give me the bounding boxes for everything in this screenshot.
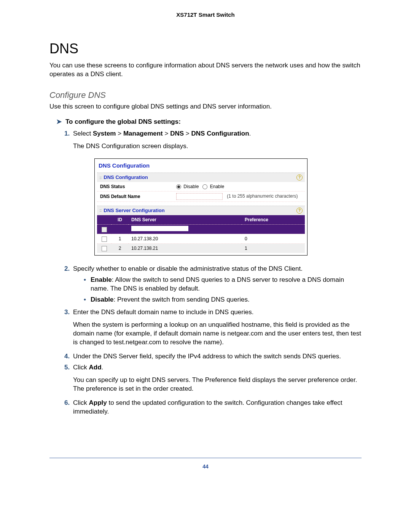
- enable-text: : Allow the switch to send DNS queries t…: [91, 276, 344, 292]
- page-number: 44: [49, 463, 362, 470]
- task-heading: ➤ To configure the global DNS settings:: [56, 118, 362, 126]
- step6-suffix: to send the updated configuration to the…: [73, 399, 342, 415]
- nav-sep: >: [118, 130, 121, 137]
- table-input-row: [97, 224, 305, 234]
- col-server: DNS Server: [128, 215, 242, 225]
- step-5: Click Add. You can specify up to eight D…: [72, 363, 362, 393]
- footer-rule: [49, 458, 362, 458]
- dns-config-screenshot: DNS Configuration :: DNS Configuration ?…: [94, 158, 307, 256]
- step5-after: You can specify up to eight DNS servers.…: [73, 376, 362, 393]
- cell-server: 10.27.138.21: [128, 244, 242, 253]
- dns-status-label: DNS Status: [100, 184, 176, 190]
- dns-default-name-label: DNS Default Name: [100, 193, 176, 200]
- radio-enable-label: Enable: [210, 184, 224, 189]
- step1-after: The DNS Configuration screen displays.: [73, 142, 362, 151]
- grip-icon: ::: [99, 208, 101, 213]
- table-row: 1 10.27.138.20 0: [97, 234, 305, 243]
- dns-server-table: ID DNS Server Preference 1 10.27.138.20: [97, 215, 305, 253]
- nav-management: Management: [123, 130, 163, 137]
- radio-disable[interactable]: [176, 184, 181, 189]
- step3-text: Enter the DNS default domain name to inc…: [73, 308, 253, 316]
- radio-enable[interactable]: [202, 184, 207, 189]
- help-icon[interactable]: ?: [296, 208, 303, 214]
- dns-default-name-input[interactable]: [176, 193, 223, 200]
- step5-prefix: Click: [73, 364, 89, 371]
- section-heading: DNS: [49, 41, 362, 57]
- nav-system: System: [93, 130, 116, 137]
- table-row: 2 10.27.138.21 1: [97, 244, 305, 253]
- nav-dns: DNS: [170, 130, 184, 137]
- step5-add: Add: [89, 364, 102, 371]
- sub-disable: Disable: Prevent the switch from sending…: [84, 296, 362, 304]
- cell-id: 1: [112, 234, 128, 243]
- sub-enable: Enable: Allow the switch to send DNS que…: [84, 276, 362, 293]
- cell-pref: 1: [242, 244, 305, 253]
- intro-paragraph: You can use these screens to configure i…: [49, 61, 362, 79]
- dns-status-row: DNS Status Disable Enable: [97, 182, 305, 192]
- dns-server-input[interactable]: [131, 226, 188, 231]
- nav-dns-config: DNS Configuration: [191, 130, 249, 137]
- select-all-checkbox[interactable]: [102, 227, 107, 232]
- cell-server: 10.27.138.20: [128, 234, 242, 243]
- dns-default-name-row: DNS Default Name (1 to 255 alphanumeric …: [97, 192, 305, 202]
- cell-id: 2: [112, 244, 128, 253]
- cell-pref: 0: [242, 234, 305, 243]
- nav-sep: >: [186, 130, 190, 137]
- col-pref: Preference: [242, 215, 305, 225]
- step4-text: Under the DNS Server field, specify the …: [73, 353, 341, 360]
- step-3: Enter the DNS default domain name to inc…: [72, 308, 362, 347]
- sub-intro-paragraph: Use this screen to configure global DNS …: [49, 102, 362, 111]
- step-4: Under the DNS Server field, specify the …: [72, 352, 362, 361]
- nav-sep: >: [165, 130, 169, 137]
- step1-prefix: Select: [73, 130, 93, 137]
- table-header-row: ID DNS Server Preference: [97, 215, 305, 225]
- panel-title-main: DNS Configuration: [97, 161, 305, 173]
- step6-apply: Apply: [89, 399, 107, 406]
- step-2: Specify whether to enable or disable the…: [72, 265, 362, 304]
- row-checkbox[interactable]: [102, 246, 107, 251]
- document-title: XS712T Smart Switch: [49, 11, 362, 18]
- step2-text: Specify whether to enable or disable the…: [73, 265, 303, 272]
- panel-title-2: DNS Server Configuration: [104, 207, 164, 214]
- step-1: Select System > Management > DNS > DNS C…: [72, 129, 362, 256]
- grip-icon: ::: [99, 175, 101, 181]
- steps-list: Select System > Management > DNS > DNS C…: [61, 129, 362, 416]
- radio-disable-label: Disable: [183, 184, 199, 189]
- dns-default-name-hint: (1 to 255 alphanumeric characters): [227, 193, 298, 199]
- panel-title-1: DNS Configuration: [104, 174, 148, 181]
- col-id: ID: [112, 215, 128, 225]
- help-icon[interactable]: ?: [296, 174, 303, 181]
- disable-text: : Prevent the switch from sending DNS qu…: [113, 296, 249, 303]
- task-title: To configure the global DNS settings:: [65, 118, 181, 126]
- subsection-heading: Configure DNS: [49, 90, 362, 100]
- step2-sublist: Enable: Allow the switch to send DNS que…: [73, 276, 362, 304]
- step6-prefix: Click: [73, 399, 89, 406]
- enable-label: Enable: [91, 276, 112, 283]
- row-checkbox[interactable]: [102, 236, 107, 242]
- disable-label: Disable: [91, 296, 113, 303]
- task-arrow-icon: ➤: [56, 118, 62, 126]
- panel-header-server: :: DNS Server Configuration ?: [97, 206, 305, 215]
- step3-after: When the system is performing a lookup o…: [73, 321, 362, 347]
- step5-suffix: .: [102, 364, 104, 371]
- panel-header-config: :: DNS Configuration ?: [97, 173, 305, 182]
- step-6: Click Apply to send the updated configur…: [72, 399, 362, 416]
